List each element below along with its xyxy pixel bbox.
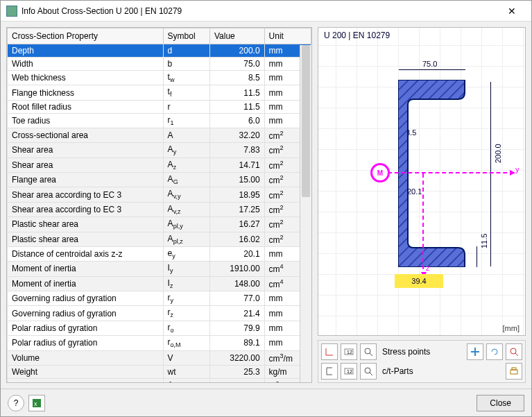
- table-row[interactable]: Shear areaAz14.71cm2: [8, 158, 311, 172]
- table-row[interactable]: VolumeV3220.00cm3/m: [8, 350, 311, 365]
- svg-rect-12: [510, 370, 517, 374]
- print-icon[interactable]: [506, 363, 522, 380]
- section-icon[interactable]: [321, 363, 338, 380]
- export-excel-button[interactable]: x: [28, 395, 45, 411]
- svg-line-7: [515, 353, 518, 356]
- table-row[interactable]: Flange thicknesstf11.5mm: [8, 85, 311, 100]
- m-marker: M: [370, 163, 390, 182]
- axes-icon[interactable]: [321, 343, 338, 360]
- right-panel: U 200 | EN 10279 75.0 200.0 8.5 20.1 11.…: [318, 27, 526, 383]
- table-row[interactable]: Governing radius of gyrationry77.0mm: [8, 291, 311, 306]
- table-row[interactable]: Flange areaAG15.00cm2: [8, 172, 311, 187]
- table-wrap: Cross-Section Property Symbol Value Unit…: [7, 28, 311, 382]
- scroll-thumb[interactable]: [302, 45, 310, 197]
- rotate-icon[interactable]: [486, 343, 503, 360]
- table-row[interactable]: Plastic shear areaApl,y16.27cm2: [8, 217, 311, 232]
- help-button[interactable]: ?: [8, 395, 24, 411]
- col-header-value[interactable]: Value: [209, 28, 264, 44]
- table-row[interactable]: Shear area according to EC 3Av,y18.95cm2: [8, 187, 311, 202]
- table-row[interactable]: Cross-sectional areaA32.20cm2: [8, 128, 311, 143]
- toolbar-row-2: 12 c/t-Parts: [321, 363, 522, 380]
- svg-text:12: 12: [347, 350, 352, 355]
- dim-line: [490, 82, 491, 266]
- dim-394-highlight: 39.4: [395, 274, 443, 288]
- table-row[interactable]: Toe radiusr16.0mm: [8, 113, 311, 128]
- properties-panel: Cross-Section Property Symbol Value Unit…: [6, 27, 312, 383]
- close-button[interactable]: Close: [477, 395, 524, 411]
- table-row[interactable]: Polar radius of gyrationro,M89.1mm: [8, 336, 311, 350]
- toolbar-label-1: Stress points: [382, 347, 464, 357]
- svg-text:x: x: [34, 400, 37, 407]
- dim-top: 75.0: [422, 60, 437, 68]
- content-area: Cross-Section Property Symbol Value Unit…: [1, 22, 531, 389]
- zoom2-icon[interactable]: [360, 363, 377, 380]
- properties-table: Cross-Section Property Symbol Value Unit…: [7, 28, 311, 382]
- zoom-icon[interactable]: [360, 343, 377, 360]
- table-row[interactable]: Plastic shear areaApl,z16.02cm2: [8, 232, 311, 246]
- svg-point-4: [365, 348, 370, 354]
- values-icon[interactable]: 12: [341, 343, 357, 360]
- table-row[interactable]: Shear area according to EC 3Av,z17.25cm2: [8, 202, 311, 216]
- axis-y: [388, 172, 514, 173]
- svg-point-10: [365, 368, 370, 373]
- col-header-property[interactable]: Cross-Section Property: [8, 28, 164, 44]
- table-row[interactable]: Governing radius of gyrationrz21.4mm: [8, 306, 311, 321]
- values2-icon[interactable]: 12: [341, 363, 357, 380]
- dim-right: 200.0: [494, 144, 502, 163]
- close-icon[interactable]: ✕: [498, 6, 526, 17]
- table-row[interactable]: Weightwt25.3kg/m: [8, 365, 311, 378]
- svg-text:12: 12: [347, 369, 352, 374]
- scrollbar[interactable]: [300, 45, 311, 382]
- table-row[interactable]: SurfaceAsurf0.661m2/m: [8, 378, 311, 382]
- section-preview[interactable]: U 200 | EN 10279 75.0 200.0 8.5 20.1 11.…: [318, 27, 526, 336]
- table-row[interactable]: Distance of centroidal axis z-zey20.1mm: [8, 246, 311, 261]
- dialog-footer: ? x Close: [1, 389, 531, 416]
- preview-title: U 200 | EN 10279: [324, 31, 390, 40]
- table-row[interactable]: Widthb75.0mm: [8, 58, 311, 71]
- view-icon[interactable]: [506, 343, 522, 360]
- preview-toolbars: 12 Stress points 12 c/t-Parts: [318, 340, 526, 383]
- pan-icon[interactable]: [467, 343, 483, 360]
- axis-y-label: y: [515, 165, 520, 173]
- table-row[interactable]: Depthd200.0mm: [8, 44, 311, 58]
- app-icon: [6, 6, 17, 17]
- svg-line-5: [370, 353, 372, 356]
- toolbar-row-1: 12 Stress points: [321, 343, 522, 360]
- col-header-symbol[interactable]: Symbol: [163, 28, 209, 44]
- axis-z-label: z: [426, 264, 430, 272]
- dim-line: [477, 246, 477, 267]
- svg-rect-13: [512, 368, 516, 370]
- table-row[interactable]: Root fillet radiusr11.5mm: [8, 100, 311, 113]
- col-header-unit[interactable]: Unit: [264, 28, 311, 44]
- table-row[interactable]: Web thicknesstw8.5mm: [8, 71, 311, 85]
- svg-line-11: [370, 373, 372, 375]
- channel-shape: [398, 80, 467, 269]
- unit-note: [mm]: [503, 324, 520, 332]
- table-row[interactable]: Shear areaAy7.83cm2: [8, 143, 311, 158]
- dim-115: 11.5: [480, 234, 488, 248]
- axis-z: [422, 173, 424, 276]
- titlebar[interactable]: Info About Cross-Section U 200 | EN 1027…: [1, 1, 531, 22]
- table-row[interactable]: Moment of inertiaIy1910.00cm4: [8, 262, 311, 276]
- svg-point-6: [510, 348, 516, 354]
- window-title: Info About Cross-Section U 200 | EN 1027…: [22, 6, 498, 16]
- dialog-window: Info About Cross-Section U 200 | EN 1027…: [0, 0, 532, 417]
- dim-line: [399, 69, 465, 70]
- toolbar-label-2: c/t-Parts: [382, 366, 503, 376]
- table-header-row: Cross-Section Property Symbol Value Unit: [8, 28, 311, 44]
- table-row[interactable]: Polar radius of gyrationro79.9mm: [8, 321, 311, 335]
- table-row[interactable]: Moment of inertiaIz148.00cm4: [8, 276, 311, 291]
